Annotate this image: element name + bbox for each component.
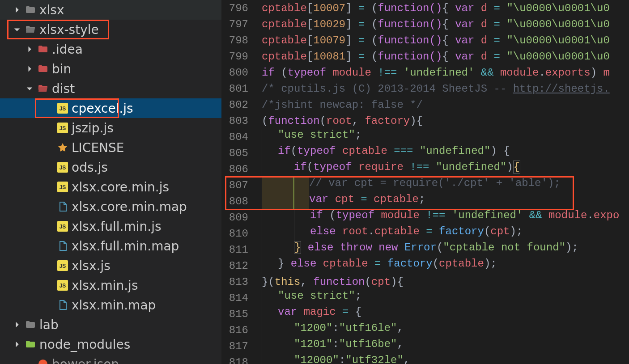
code-content: else root.cptable = factory(cpt); [262, 225, 629, 241]
folder-gray-icon [25, 4, 36, 15]
tree-label: xlsx [39, 3, 221, 17]
line-number: 813 [221, 276, 262, 288]
code-line[interactable]: 811} else throw new Error("cptable not f… [221, 241, 629, 258]
code-line[interactable]: 797cptable[10029] = (function(){ var d =… [221, 16, 629, 32]
code-editor[interactable]: 796cptable[10007] = (function(){ var d =… [221, 0, 629, 364]
code-content: if (typeof module !== 'undefined' && mod… [262, 67, 629, 79]
code-content: if(typeof require !== "undefined"){ [262, 161, 629, 177]
line-number: 802 [221, 99, 262, 111]
tree-label: dist [52, 81, 221, 96]
tree-item-bin[interactable]: bin [0, 59, 221, 79]
code-line[interactable]: 796cptable[10007] = (function(){ var d =… [221, 0, 629, 16]
code-line[interactable]: 800if (typeof module !== 'undefined' && … [221, 64, 629, 80]
line-number: 817 [221, 340, 262, 352]
line-number: 814 [221, 292, 262, 304]
js-icon: JS [57, 162, 68, 173]
code-content: "use strict"; [262, 129, 629, 145]
chevron-down-icon[interactable] [25, 84, 34, 93]
tree-item-xlsx-full-min-js[interactable]: JSxlsx.full.min.js [0, 216, 221, 236]
tree-label: bower.json [52, 357, 221, 364]
tree-item-xlsx-core-min-map[interactable]: xlsx.core.min.map [0, 197, 221, 216]
code-line[interactable]: 813}(this, function(cpt){ [221, 274, 629, 290]
tree-label: xlsx.core.min.js [72, 180, 221, 195]
tree-item-lab[interactable]: lab [0, 315, 221, 334]
line-number: 816 [221, 324, 262, 336]
code-content: /* cputils.js (C) 2013-2014 SheetJS -- h… [262, 83, 629, 95]
tree-label: xlsx.min.js [72, 278, 221, 293]
line-number: 800 [221, 67, 262, 79]
tree-item-xlsx-js[interactable]: JSxlsx.js [0, 256, 221, 275]
line-number: 812 [221, 260, 262, 272]
chevron-right-icon[interactable] [25, 64, 34, 73]
tree-item-xlsx-min-js[interactable]: JSxlsx.min.js [0, 275, 221, 295]
tree-item-xlsx-min-map[interactable]: xlsx.min.map [0, 295, 221, 315]
code-line[interactable]: 802/*jshint newcap: false */ [221, 97, 629, 113]
tree-item-xlsx-core-min-js[interactable]: JSxlsx.core.min.js [0, 177, 221, 197]
code-line[interactable]: 807// var cpt = require('./cpt' + 'able'… [221, 177, 629, 193]
code-content: /*jshint newcap: false */ [262, 99, 629, 111]
line-number: 801 [221, 83, 262, 95]
tree-item-node-modules[interactable]: node_modules [0, 334, 221, 354]
tree-item-license[interactable]: LICENSE [0, 138, 221, 157]
code-line[interactable]: 816"1200":"utf16le", [221, 322, 629, 338]
js-icon: JS [57, 260, 68, 271]
code-line[interactable]: 798cptable[10079] = (function(){ var d =… [221, 32, 629, 48]
line-number: 811 [221, 244, 262, 256]
chevron-right-icon[interactable] [13, 5, 21, 14]
line-number: 805 [221, 147, 262, 159]
tree-item-xlsx-full-min-map[interactable]: xlsx.full.min.map [0, 236, 221, 256]
svg-text:JS: JS [60, 224, 66, 230]
code-content: cptable[10029] = (function(){ var d = "\… [262, 18, 629, 30]
folder-green-icon [25, 339, 36, 350]
code-line[interactable]: 806if(typeof require !== "undefined"){ [221, 161, 629, 177]
tree-label: LICENSE [72, 140, 221, 155]
tree-label: xlsx.full.min.map [72, 239, 221, 254]
chevron-right-icon[interactable] [13, 340, 21, 349]
line-number: 815 [221, 308, 262, 320]
folder-gray-icon [25, 319, 36, 330]
code-line[interactable]: 810else root.cptable = factory(cpt); [221, 225, 629, 241]
tree-item-xlsx[interactable]: xlsx [0, 0, 221, 20]
js-icon: JS [57, 221, 68, 232]
svg-point-14 [38, 360, 47, 364]
code-line[interactable]: 817"1201":"utf16be", [221, 338, 629, 354]
code-line[interactable]: 799cptable[10081] = (function(){ var d =… [221, 48, 629, 64]
code-line[interactable]: 818"12000":"utf32le", [221, 354, 629, 364]
tree-item-ods-js[interactable]: JSods.js [0, 157, 221, 177]
code-line[interactable]: 812} else cptable = factory(cptable); [221, 258, 629, 274]
code-line[interactable]: 809if (typeof module !== 'undefined' && … [221, 209, 629, 225]
map-icon [57, 300, 68, 310]
file-explorer[interactable]: xlsxxlsx-style.ideabindistJScpexcel.jsJS… [0, 0, 221, 364]
code-content: cptable[10081] = (function(){ var d = "\… [262, 51, 629, 63]
line-number: 808 [221, 195, 262, 207]
code-line[interactable]: 814"use strict"; [221, 290, 629, 306]
line-number: 807 [221, 179, 262, 191]
code-content: (function(root, factory){ [262, 115, 629, 127]
line-number: 804 [221, 131, 262, 143]
code-line[interactable]: 801/* cputils.js (C) 2013-2014 SheetJS -… [221, 80, 629, 97]
tree-item--idea[interactable]: .idea [0, 39, 221, 59]
code-line[interactable]: 815var magic = { [221, 306, 629, 322]
js-icon: JS [57, 280, 68, 291]
tree-item-bower-json[interactable]: bower.json [0, 354, 221, 364]
bower-icon [38, 359, 48, 364]
svg-text:JS: JS [60, 263, 66, 269]
code-line[interactable]: 803(function(root, factory){ [221, 113, 629, 129]
chevron-right-icon[interactable] [25, 45, 34, 54]
tree-label: xlsx.min.map [72, 298, 221, 313]
code-content: if(typeof cptable === "undefined") { [262, 145, 629, 161]
svg-text:JS: JS [60, 125, 66, 131]
chevron-right-icon[interactable] [13, 320, 21, 329]
line-number: 810 [221, 228, 262, 240]
tree-item-dist[interactable]: dist [0, 79, 221, 98]
map-icon [57, 241, 68, 251]
tree-item-jszip-js[interactable]: JSjszip.js [0, 118, 221, 138]
code-line[interactable]: 805if(typeof cptable === "undefined") { [221, 145, 629, 161]
folder-open-red-icon [38, 83, 48, 94]
code-line[interactable]: 808var cpt = cptable; [221, 193, 629, 209]
code-content: cptable[10079] = (function(){ var d = "\… [262, 34, 629, 47]
tree-label: ods.js [72, 160, 221, 175]
map-icon [57, 201, 68, 212]
code-line[interactable]: 804"use strict"; [221, 129, 629, 145]
code-content: } else cptable = factory(cptable); [262, 258, 629, 274]
